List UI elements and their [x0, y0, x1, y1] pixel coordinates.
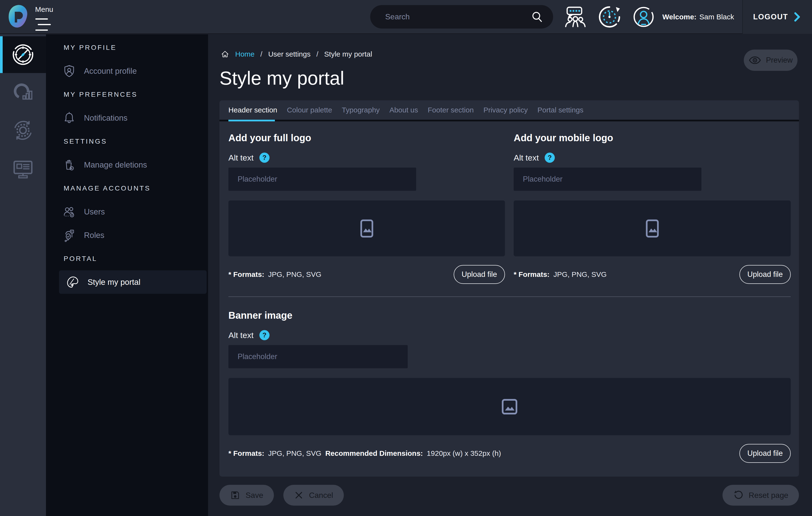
sidebar-item-label: Style my portal: [88, 278, 140, 287]
sidebar-item-style-my-portal[interactable]: Style my portal: [59, 270, 207, 294]
tab-header-section[interactable]: Header section: [228, 106, 277, 114]
sidebar-item-roles[interactable]: Roles: [46, 223, 208, 247]
formats-label: * Formats:: [228, 270, 264, 278]
portal-logo[interactable]: [7, 4, 29, 29]
banner-upload-button[interactable]: Upload file: [740, 444, 791, 463]
tab-footer-section[interactable]: Footer section: [428, 106, 474, 114]
search-bar: [370, 5, 553, 29]
eye-icon: [749, 56, 761, 64]
sidebar-item-notifications[interactable]: Notifications: [46, 106, 208, 130]
reset-icon: [733, 490, 743, 500]
full-logo-dropzone[interactable]: [228, 201, 505, 256]
active-tab-indicator: [228, 120, 275, 121]
users-icon: [62, 205, 76, 219]
full-logo-heading: Add your full logo: [228, 132, 505, 143]
full-logo-alt-input[interactable]: [228, 168, 416, 191]
banner-section: Banner image Alt text ? * Formats: JPG, …: [228, 310, 791, 463]
shield-user-icon: [62, 64, 76, 78]
dimensions-value: 1920px (w) x 352px (h): [427, 449, 501, 457]
banner-heading: Banner image: [228, 310, 791, 321]
help-icon[interactable]: ?: [545, 153, 555, 163]
formats-value: JPG, PNG, SVG: [268, 270, 321, 278]
mobile-logo-dropzone[interactable]: [514, 201, 791, 256]
main-content: Home / User settings / Style my portal P…: [208, 34, 812, 516]
sidebar-item-label: Roles: [84, 231, 104, 240]
formats-value: JPG, PNG, SVG: [268, 449, 321, 457]
breadcrumb-home[interactable]: Home: [235, 50, 255, 58]
settings-sync-icon[interactable]: [12, 119, 34, 142]
preview-button[interactable]: Preview: [744, 50, 798, 71]
breadcrumb-separator: /: [260, 50, 262, 58]
sidebar-section-my-prefernces: MY PREFERNCES: [46, 83, 208, 106]
trash-icon: [62, 158, 76, 172]
breadcrumb-user-settings[interactable]: User settings: [268, 50, 311, 58]
reset-page-button[interactable]: Reset page: [723, 485, 799, 506]
bell-icon: [62, 111, 76, 125]
help-icon[interactable]: ?: [259, 330, 269, 340]
mobile-logo-alt-input[interactable]: [514, 168, 701, 191]
page-title: Style my portal: [220, 67, 344, 89]
help-icon[interactable]: ?: [259, 153, 269, 163]
display-icon[interactable]: [12, 158, 34, 180]
sidebar-item-label: Account profile: [84, 66, 137, 76]
user-avatar-icon[interactable]: [632, 5, 655, 29]
breadcrumb-current: Style my portal: [324, 50, 372, 58]
mobile-logo-section: Add your mobile logo Alt text ?: [514, 121, 791, 284]
search-input[interactable]: [370, 12, 530, 21]
logout-button[interactable]: LOGOUT: [742, 0, 812, 34]
breadcrumb: Home / User settings / Style my portal: [221, 50, 372, 59]
sidebar-item-label: Manage deletions: [84, 160, 147, 170]
tab-portal-settings[interactable]: Portal settings: [538, 106, 583, 114]
active-indicator-bar: [0, 36, 3, 73]
full-logo-upload-button[interactable]: Upload file: [454, 265, 505, 284]
save-icon: [230, 490, 240, 500]
banner-dropzone[interactable]: [228, 378, 791, 435]
topbar: Menu: [0, 0, 812, 34]
cancel-label: Cancel: [309, 491, 333, 500]
sidebar-section-my-profile: MY PROFILE: [46, 36, 208, 59]
sidebar: MY PROFILE Account profile MY PREFERNCES…: [46, 34, 208, 516]
sidebar-section-manage-accounts: MANAGE ACCOUNTS: [46, 177, 208, 200]
reset-label: Reset page: [749, 491, 788, 500]
sidebar-section-portal: PORTAL: [46, 247, 208, 270]
cancel-button[interactable]: Cancel: [283, 485, 344, 506]
close-icon: [294, 490, 303, 500]
home-icon[interactable]: [221, 50, 229, 59]
welcome-label: Welcome:: [662, 13, 696, 21]
search-icon[interactable]: [530, 10, 544, 24]
tab-privacy-policy[interactable]: Privacy policy: [484, 106, 528, 114]
menu-toggle[interactable]: Menu: [35, 5, 53, 32]
banner-alt-input[interactable]: [228, 345, 408, 368]
tab-bar: Header section Colour palette Typography…: [220, 100, 799, 120]
sidebar-item-account-profile[interactable]: Account profile: [46, 59, 208, 83]
settings-panel: Header section Colour palette Typography…: [220, 100, 799, 477]
tab-typography[interactable]: Typography: [342, 106, 380, 114]
sidebar-item-label: Users: [84, 207, 105, 216]
full-logo-formats: * Formats: JPG, PNG, SVG: [228, 270, 321, 278]
header-section-content: Add your full logo Alt text ?: [220, 121, 799, 463]
welcome-user-name: Sam Black: [699, 13, 734, 21]
hamburger-icon: [35, 17, 51, 32]
formats-value: JPG, PNG, SVG: [553, 270, 607, 278]
analytics-donut-icon[interactable]: [12, 81, 34, 103]
mobile-logo-upload-button[interactable]: Upload file: [740, 265, 791, 284]
tab-colour-palette[interactable]: Colour palette: [287, 106, 332, 114]
breadcrumb-separator: /: [316, 50, 318, 58]
roles-icon: [62, 228, 76, 242]
dimensions-label: Recommended Dimensions:: [325, 449, 423, 457]
form-actions: Save Cancel Reset page: [220, 485, 799, 506]
timer-icon[interactable]: [598, 5, 621, 29]
save-button[interactable]: Save: [220, 485, 274, 506]
sidebar-item-users[interactable]: Users: [46, 200, 208, 223]
chevron-right-icon: [793, 12, 802, 22]
sidebar-item-manage-deletions[interactable]: Manage deletions: [46, 153, 208, 177]
image-placeholder-icon: [358, 219, 376, 238]
mobile-logo-formats: * Formats: JPG, PNG, SVG: [514, 270, 607, 278]
rail-item-explore-active[interactable]: [0, 36, 46, 73]
tab-underline-track: [220, 120, 799, 121]
mobile-logo-heading: Add your mobile logo: [514, 132, 791, 143]
tab-about-us[interactable]: About us: [389, 106, 418, 114]
community-icon[interactable]: [564, 5, 587, 29]
logout-label: LOGOUT: [753, 12, 788, 21]
preview-label: Preview: [766, 56, 793, 65]
